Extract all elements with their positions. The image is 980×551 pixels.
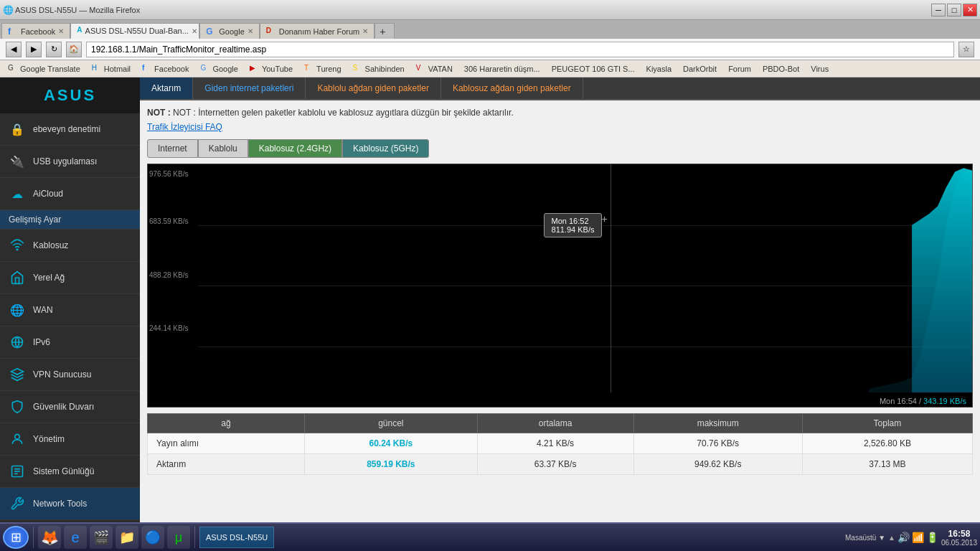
- taskbar-app-folder[interactable]: 📁: [116, 526, 138, 549]
- tab-facebook-close[interactable]: ✕: [58, 27, 64, 35]
- sidebar-item-vpn[interactable]: VPN Sunucusu: [0, 359, 140, 391]
- bookmark-pbdo[interactable]: PBDO-Bot: [758, 62, 804, 75]
- sidebar-item-ebeveyn[interactable]: 🔒 ebeveyn denetimi: [0, 113, 140, 146]
- masaustu-text: Masaüstü ▼: [845, 534, 885, 542]
- home-button[interactable]: 🏠: [66, 42, 82, 57]
- tab-facebook[interactable]: f Facebook ✕: [1, 23, 70, 39]
- forward-button[interactable]: ▶: [26, 42, 42, 57]
- bookmark-youtube[interactable]: ▶ YouTube: [245, 62, 298, 76]
- bookmark-darkorbit[interactable]: DarkOrbit: [678, 62, 722, 75]
- hotmail-icon: H: [92, 64, 102, 74]
- taskbar-asus-window[interactable]: ASUS DSL-N55U: [199, 527, 274, 548]
- content-body: NOT : NOT : İnternetten gelen paketler k…: [140, 100, 980, 522]
- bookmark-peugeot[interactable]: PEUGEOT 106 GTI S...: [547, 62, 640, 75]
- chart-svg: [198, 164, 972, 392]
- bookmark-hotmail-label: Hotmail: [104, 65, 131, 73]
- tooltip-value: 811.94 KB/s: [552, 225, 595, 234]
- tab-giden-internet[interactable]: Giden internet paketleri: [193, 77, 306, 99]
- tab-donanimhaber[interactable]: D Donanım Haber Forum ✕: [260, 23, 375, 39]
- close-button[interactable]: ✕: [963, 4, 977, 17]
- tab-kablosuz-giden[interactable]: Kablosuz ağdan giden paketler: [441, 77, 583, 99]
- inner-tab-kablosuz5[interactable]: Kablosuz (5GHz): [342, 139, 429, 158]
- sidebar-item-aicloud[interactable]: ☁ AiCloud: [0, 178, 140, 210]
- inner-tabs: Internet Kablolu Kablosuz (2.4GHz) Kablo…: [147, 139, 973, 158]
- bookmark-google[interactable]: G Google: [195, 62, 242, 76]
- bookmark-forum[interactable]: Forum: [723, 62, 756, 75]
- window-title: ASUS DSL-N55U — Mozilla Firefox: [15, 6, 140, 14]
- minimize-button[interactable]: ─: [931, 4, 946, 17]
- sidebar-item-kablosuz[interactable]: Kablosuz: [0, 230, 140, 262]
- taskbar-app-player[interactable]: 🎬: [90, 526, 113, 549]
- bookmark-306[interactable]: 306 Hararetin düşm...: [459, 62, 545, 75]
- maximize-button[interactable]: □: [947, 4, 961, 17]
- inner-tab-kablolu[interactable]: Kablolu: [198, 139, 248, 158]
- bookmarks-bar: G Google Translate H Hotmail f Facebook …: [0, 60, 980, 77]
- th-maksimum: maksimum: [633, 414, 802, 433]
- taskbar-app-ie[interactable]: e: [64, 526, 87, 549]
- bookmark-vatan[interactable]: V VATAN: [411, 62, 458, 76]
- tab-aktarim-label: Aktarım: [151, 83, 181, 93]
- bookmark-google-translate[interactable]: G Google Translate: [3, 62, 85, 76]
- taskbar-app-chrome[interactable]: 🔵: [141, 526, 164, 549]
- inner-tab-kablosuz24[interactable]: Kablosuz (2.4GHz): [248, 139, 342, 158]
- table-row-yayin: Yayın alımı 60.24 KB/s 4.21 KB/s 70.76 K…: [148, 433, 973, 454]
- sidebar-item-yonetim[interactable]: Yönetim: [0, 423, 140, 456]
- bookmark-virus[interactable]: Virus: [806, 62, 834, 75]
- tab-kablolu-giden[interactable]: Kablolu ağdan giden paketler: [306, 77, 440, 99]
- inner-tab-internet[interactable]: Internet: [147, 139, 198, 158]
- content-area: Aktarım Giden internet paketleri Kablolu…: [140, 77, 980, 522]
- sidebar-item-guvenlik[interactable]: Güvenlik Duvarı: [0, 391, 140, 423]
- row-aktarim-current-val: 859.19 KB/s: [367, 459, 415, 469]
- bookmark-kiyasla[interactable]: Kiyasla: [641, 62, 677, 75]
- sidebar-item-ipv6[interactable]: IPv6: [0, 326, 140, 359]
- chrome-icon: 🔵: [145, 529, 161, 545]
- tab-donanimhaber-close[interactable]: ✕: [362, 27, 368, 35]
- inner-tab-kablosuz24-label: Kablosuz (2.4GHz): [259, 143, 331, 154]
- back-button[interactable]: ◀: [6, 42, 22, 57]
- inner-tab-kablosuz5-label: Kablosuz (5GHz): [353, 143, 418, 154]
- svg-point-0: [17, 249, 18, 250]
- reload-button[interactable]: ↻: [46, 42, 62, 57]
- y-label-2: 683.59 KB/s: [149, 217, 188, 225]
- bookmark-facebook[interactable]: f Facebook: [137, 62, 194, 76]
- content-tabs: Aktarım Giden internet paketleri Kablolu…: [140, 77, 980, 100]
- sidebar-item-sistemGunlugu[interactable]: Sistem Günlüğü: [0, 456, 140, 488]
- address-input[interactable]: [86, 42, 954, 57]
- taskbar-app-torrent[interactable]: μ: [167, 526, 190, 549]
- bookmark-tureng[interactable]: T Tureng: [299, 62, 346, 76]
- sidebar-label-vpn: VPN Sunucusu: [33, 369, 91, 380]
- bookmark-star[interactable]: ☆: [958, 42, 974, 57]
- row-yayin-name: Yayın alımı: [148, 433, 305, 454]
- tab-google-close[interactable]: ✕: [248, 27, 253, 35]
- bookmark-vatan-label: VATAN: [428, 65, 453, 73]
- wrench-icon: [9, 495, 26, 512]
- globe-icon: 🌐: [9, 301, 26, 319]
- bookmark-hotmail[interactable]: H Hotmail: [87, 62, 136, 76]
- sidebar-item-wan[interactable]: 🌐 WAN: [0, 294, 140, 326]
- start-button[interactable]: ⊞: [3, 526, 29, 549]
- tab-asus-close[interactable]: ✕: [192, 27, 197, 35]
- firefox-icon: 🦊: [41, 529, 59, 546]
- tab-google[interactable]: G Google ✕: [199, 23, 259, 39]
- ipv6-icon: [9, 334, 26, 351]
- speaker-icon: 🔊: [897, 532, 910, 543]
- wifi-icon: [9, 237, 26, 254]
- table-row-aktarim: Aktarım 859.19 KB/s 63.37 KB/s 949.62 KB…: [148, 454, 973, 475]
- sidebar-item-yerelAg[interactable]: Yerel Ağ: [0, 262, 140, 294]
- tab-new[interactable]: +: [374, 23, 395, 39]
- row-yayin-max: 70.76 KB/s: [633, 433, 802, 454]
- shield-icon: [9, 398, 26, 415]
- tab-aktarim[interactable]: Aktarım: [140, 77, 193, 99]
- taskbar-app-firefox[interactable]: 🦊: [38, 526, 61, 549]
- logo-text: ASUS: [44, 86, 96, 105]
- sidebar-item-usb[interactable]: 🔌 USB uygulaması: [0, 146, 140, 178]
- row-yayin-current: 60.24 KB/s: [305, 433, 478, 454]
- tab-asus[interactable]: A ASUS DSL-N55U Dual-Ban... ✕: [70, 23, 199, 39]
- faq-link[interactable]: Trafik İzleyicisi FAQ: [147, 122, 973, 132]
- log-icon: [9, 463, 26, 480]
- sidebar-label-yerelAg: Yerel Ağ: [33, 273, 65, 283]
- sidebar-item-networkTools[interactable]: Network Tools: [0, 488, 140, 520]
- bookmark-sahibinden[interactable]: S Sahibinden: [348, 62, 410, 76]
- stats-table: ağ güncel ortalama maksimum Toplam Yayın…: [147, 413, 973, 475]
- tab-facebook-label: Facebook: [21, 27, 55, 36]
